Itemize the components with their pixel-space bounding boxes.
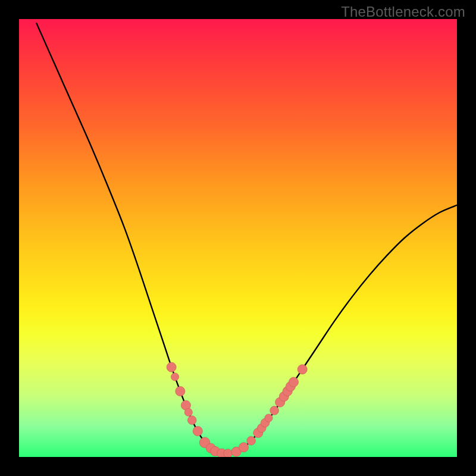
- data-marker: [176, 387, 185, 396]
- data-marker: [224, 449, 233, 457]
- bottleneck-curve-chart: [19, 19, 457, 457]
- data-marker: [289, 377, 298, 387]
- data-marker: [239, 443, 248, 452]
- chart-frame: TheBottleneck.com: [0, 0, 476, 476]
- plot-area: [19, 19, 457, 457]
- curve-line: [36, 23, 457, 454]
- data-marker: [187, 416, 196, 425]
- data-marker: [265, 414, 273, 422]
- data-marker: [298, 365, 307, 374]
- data-marker: [193, 426, 202, 436]
- marker-group: [167, 362, 307, 457]
- data-marker: [184, 408, 192, 416]
- data-marker: [270, 406, 279, 415]
- data-marker: [171, 373, 178, 381]
- data-marker: [247, 436, 256, 445]
- attribution-text: TheBottleneck.com: [341, 4, 465, 20]
- data-marker: [167, 362, 176, 372]
